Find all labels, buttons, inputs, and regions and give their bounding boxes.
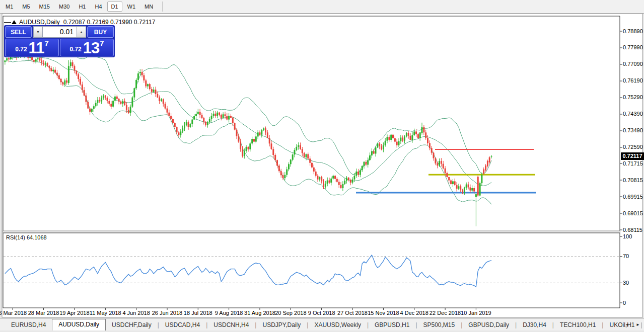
chart-symbol-label: AUDUSD,Daily — [19, 19, 60, 26]
timeframe-button-m1[interactable]: M1 — [2, 2, 17, 12]
tab-scroll-right-icon[interactable]: ► — [636, 322, 640, 327]
arrow-up-icon: ▲ — [80, 30, 83, 34]
chart-tab-u[interactable]: U — [642, 320, 644, 330]
timeframe-button-h4[interactable]: H4 — [91, 2, 106, 12]
chart-symbol-icon — [4, 22, 11, 23]
current-price-tag: 0.72117 — [621, 152, 644, 160]
price-axis-label: 0.78890 — [623, 28, 643, 34]
lot-size-input[interactable]: 0.01 — [42, 26, 77, 38]
chart-tab-usdcad-h4[interactable]: USDCAD,H4 — [159, 320, 206, 330]
price-axis-label: 0.76190 — [623, 77, 643, 84]
price-axis-label: 0.73490 — [623, 127, 643, 133]
sell-price-button[interactable]: 0.72 11 7 — [5, 39, 59, 56]
price-axis-label: 0.77090 — [623, 61, 643, 67]
chart-tab-gbpusd-daily[interactable]: GBPUSD,Daily — [462, 320, 515, 330]
timeframe-button-m30[interactable]: M30 — [55, 2, 74, 12]
rsi-axis-label: 100 — [623, 233, 632, 239]
sell-price-big: 11 — [29, 41, 44, 55]
tab-scroll-left-icon[interactable]: ◄ — [625, 322, 629, 327]
timeframe-toolbar: M1M5M15M30H1H4D1W1MN — [0, 0, 644, 14]
buy-price-button[interactable]: 0.72 13 7 — [60, 39, 114, 56]
one-click-trade-panel: SELL ▼ 0.01 ▲ BUY 0.72 11 7 0.72 13 7 — [4, 25, 115, 57]
price-axis-label: 0.75290 — [623, 94, 643, 100]
price-axis-label: 0.74390 — [623, 111, 643, 117]
sell-price-pip: 7 — [44, 39, 48, 47]
price-axis-label: 0.77990 — [623, 44, 643, 50]
chart-tab-bar: EURUSD,H4AUDUSD,DailyUSDCHF,Daily|USDCAD… — [0, 318, 644, 330]
chart-title: AUDUSD,Daily 0.72087 0.72169 0.71990 0.7… — [4, 19, 155, 26]
price-axis-label: 0.68115 — [623, 227, 642, 233]
chart-symbol-icon — [12, 20, 17, 24]
price-axis-label: 0.70815 — [623, 177, 643, 183]
chart-tab-usdchf-daily[interactable]: USDCHF,Daily — [106, 320, 158, 330]
chart-tabs: EURUSD,H4AUDUSD,DailyUSDCHF,Daily|USDCAD… — [5, 319, 644, 330]
sell-button[interactable]: SELL — [5, 26, 32, 38]
price-axis-label: 0.71715 — [623, 160, 643, 167]
timeframe-button-m15[interactable]: M15 — [35, 2, 54, 12]
chart-tab-sp500-m15[interactable]: SP500,M15 — [417, 320, 461, 330]
price-axis-label: 0.72590 — [623, 144, 643, 150]
timeframe-button-h1[interactable]: H1 — [75, 2, 90, 12]
chart-tab-dj30-h4[interactable]: DJ30,H4 — [517, 320, 552, 330]
lot-decrease-button[interactable]: ▼ — [33, 26, 42, 38]
lot-increase-button[interactable]: ▲ — [77, 26, 86, 38]
subwindow-divider[interactable] — [3, 231, 620, 233]
buy-price-big: 13 — [83, 41, 99, 55]
sell-price-prefix: 0.72 — [15, 46, 27, 53]
chart-tab-xauusd-weekly[interactable]: XAUUSD,Weekly — [308, 320, 367, 330]
chart-ohlc-values: 0.72087 0.72169 0.71990 0.72117 — [63, 19, 156, 26]
buy-button[interactable]: BUY — [87, 26, 114, 38]
chart-tab-audusd-daily[interactable]: AUDUSD,Daily — [52, 319, 106, 330]
chart-window-frame — [2, 14, 642, 317]
rsi-axis-label: 30 — [623, 280, 629, 286]
chart-tab-tech100-h1[interactable]: TECH100,H1 — [554, 320, 602, 330]
timeframe-buttons: M1M5M15M30H1H4D1W1MN — [2, 2, 158, 12]
timeframe-button-d1[interactable]: D1 — [107, 2, 122, 12]
timeframe-button-mn[interactable]: MN — [140, 2, 157, 12]
price-axis-label: 0.69915 — [623, 194, 643, 200]
price-axis-label: 0.69015 — [623, 210, 643, 216]
chart-tab-usdjpy-daily[interactable]: USDJPY,Daily — [256, 320, 307, 330]
arrow-down-icon: ▼ — [36, 30, 40, 34]
tab-scroll-arrows: ◄ ► — [625, 322, 640, 327]
toolbar-separator — [162, 2, 163, 12]
timeframe-button-w1[interactable]: W1 — [123, 2, 140, 12]
chart-tab-eurusd-h4[interactable]: EURUSD,H4 — [5, 320, 52, 330]
buy-price-pip: 7 — [100, 39, 104, 47]
rsi-indicator-label: RSI(14) 64.1068 — [6, 234, 47, 240]
application-window: M1M5M15M30H1H4D1W1MN AUDUSD,Daily 0.7208… — [0, 0, 644, 332]
rsi-axis-label: 0 — [623, 300, 626, 306]
chart-tab-usdcnh-h4[interactable]: USDCNH,H4 — [207, 320, 255, 330]
buy-price-prefix: 0.72 — [69, 46, 81, 53]
chart-tab-gbpusd-h1[interactable]: GBPUSD,H1 — [369, 320, 415, 330]
rsi-axis-label: 70 — [623, 253, 629, 259]
timeframe-button-m5[interactable]: M5 — [18, 2, 34, 12]
date-axis-label: 10 Jan 2019 — [455, 310, 497, 316]
